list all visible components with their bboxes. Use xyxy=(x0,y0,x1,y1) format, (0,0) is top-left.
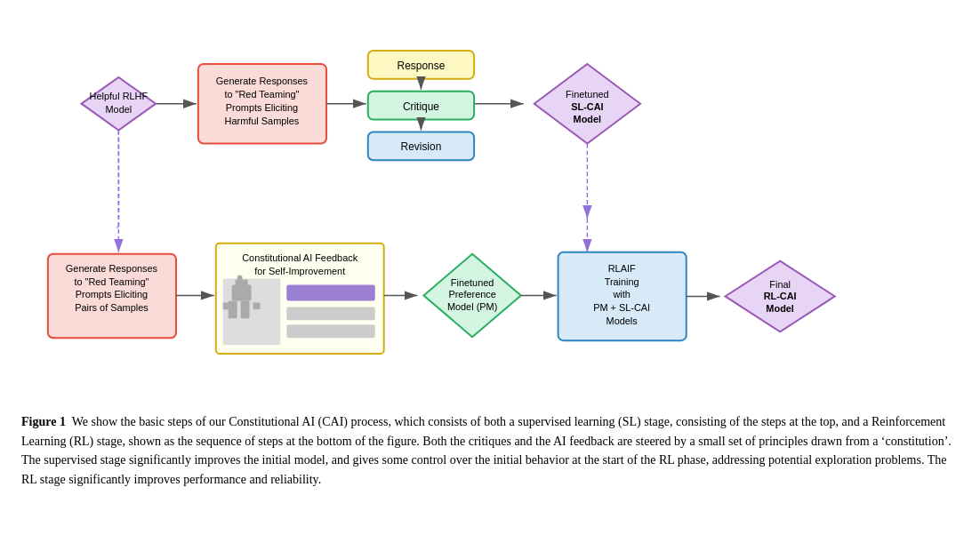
svg-rect-39 xyxy=(232,285,252,301)
svg-text:Generate Responses: Generate Responses xyxy=(66,263,158,274)
svg-text:Constitutional AI Feedback: Constitutional AI Feedback xyxy=(242,252,357,263)
svg-text:Helpful RLHF: Helpful RLHF xyxy=(90,91,149,101)
svg-text:to "Red Teaming": to "Red Teaming" xyxy=(224,89,299,100)
svg-text:with: with xyxy=(612,289,630,299)
svg-text:Preference: Preference xyxy=(448,289,495,299)
svg-text:RL-CAI: RL-CAI xyxy=(764,291,797,301)
svg-point-41 xyxy=(237,275,243,281)
svg-rect-47 xyxy=(286,307,374,320)
svg-text:Model (PM): Model (PM) xyxy=(447,301,497,312)
svg-rect-43 xyxy=(241,300,250,318)
svg-text:Model: Model xyxy=(574,114,602,124)
svg-text:Prompts Eliciting: Prompts Eliciting xyxy=(76,289,148,299)
svg-text:for Self-Improvement: for Self-Improvement xyxy=(254,266,345,276)
svg-text:Response: Response xyxy=(398,60,446,72)
svg-text:Harmful Samples: Harmful Samples xyxy=(225,116,300,126)
svg-text:Model: Model xyxy=(106,104,133,115)
svg-rect-46 xyxy=(286,285,374,301)
flowchart-svg: Helpful RLHF Model Generate Responses to… xyxy=(21,14,959,405)
diagram-area: Helpful RLHF Model Generate Responses to… xyxy=(21,14,959,405)
svg-text:Finetuned: Finetuned xyxy=(566,89,609,100)
svg-text:to "Red Teaming": to "Red Teaming" xyxy=(74,276,149,287)
svg-text:PM + SL-CAI: PM + SL-CAI xyxy=(593,302,650,313)
svg-rect-44 xyxy=(223,302,230,309)
svg-rect-40 xyxy=(236,280,248,287)
svg-text:SL-CAI: SL-CAI xyxy=(571,101,603,112)
svg-rect-45 xyxy=(253,302,261,309)
svg-text:Final: Final xyxy=(769,279,791,290)
svg-text:Prompts Eliciting: Prompts Eliciting xyxy=(226,102,298,113)
svg-rect-48 xyxy=(286,324,374,338)
figure-caption: Figure 1 We show the basic steps of our … xyxy=(21,412,959,490)
svg-text:Pairs of Samples: Pairs of Samples xyxy=(75,302,149,313)
svg-text:Generate Responses: Generate Responses xyxy=(216,76,309,86)
svg-text:Training: Training xyxy=(605,276,639,287)
figure-label: Figure 1 xyxy=(21,415,66,428)
svg-text:Revision: Revision xyxy=(401,140,442,153)
svg-text:Critique: Critique xyxy=(403,100,439,113)
caption-text: We show the basic steps of our Constitut… xyxy=(21,415,952,486)
svg-text:Models: Models xyxy=(606,315,639,326)
svg-text:Finetuned: Finetuned xyxy=(451,277,494,288)
svg-text:Model: Model xyxy=(766,303,794,314)
svg-text:RLAIF: RLAIF xyxy=(608,263,636,274)
